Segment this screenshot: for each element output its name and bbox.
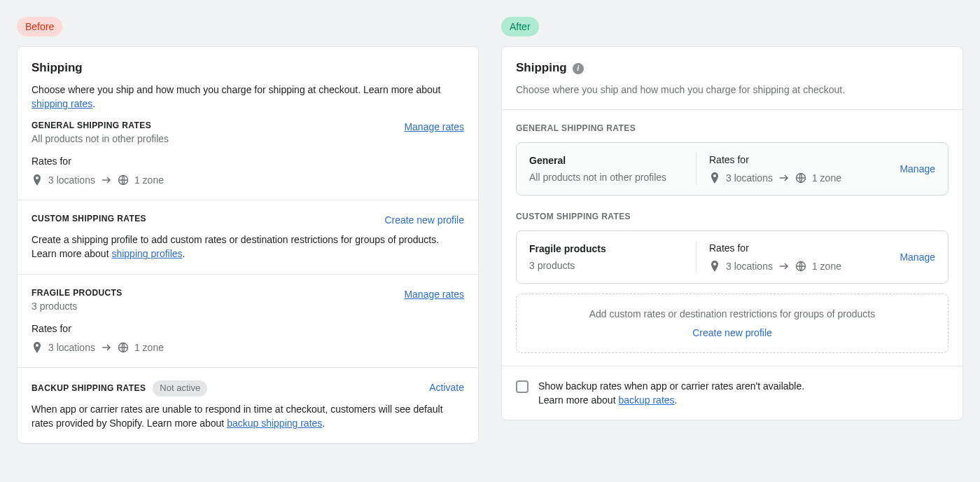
activate-backup-link[interactable]: Activate xyxy=(429,380,464,394)
location-pin-icon xyxy=(709,172,720,184)
backup-line-2b: . xyxy=(675,394,678,406)
general-rates-sub: All products not in other profiles xyxy=(31,132,169,146)
location-pin-icon xyxy=(31,342,43,353)
location-pin-icon xyxy=(31,174,43,186)
fragile-rates-summary: 3 locations 1 zone xyxy=(709,259,887,273)
shipping-rates-link[interactable]: shipping rates xyxy=(31,98,92,109)
info-icon[interactable]: i xyxy=(573,63,584,74)
fragile-zone: 1 zone xyxy=(134,340,164,354)
after-card: Shipping i Choose where you ship and how… xyxy=(501,46,963,420)
globe-icon xyxy=(795,172,806,184)
arrow-right-icon xyxy=(101,174,112,186)
manage-fragile-button[interactable]: Manage xyxy=(899,250,935,264)
general-rates-summary: 3 locations 1 zone xyxy=(31,173,464,187)
backup-desc: When app or carrier rates are unable to … xyxy=(31,402,464,431)
before-column: Before Shipping Choose where you ship an… xyxy=(17,17,479,465)
locations-count: 3 locations xyxy=(726,259,773,273)
backup-status-pill: Not active xyxy=(153,380,207,397)
zone-count: 1 zone xyxy=(812,171,841,185)
create-new-profile-link[interactable]: Create new profile xyxy=(692,326,772,340)
fragile-locations: 3 locations xyxy=(48,340,95,354)
globe-icon xyxy=(118,174,129,186)
fragile-rates-summary: 3 locations 1 zone xyxy=(31,340,464,354)
before-badge: Before xyxy=(17,17,62,36)
create-new-profile-link[interactable]: Create new profile xyxy=(384,213,464,227)
fragile-rates-for: Rates for xyxy=(31,322,464,336)
manage-general-rates-link[interactable]: Manage rates xyxy=(404,120,464,134)
general-profile-card[interactable]: General All products not in other profil… xyxy=(516,142,948,196)
backup-rates-link[interactable]: backup rates xyxy=(618,394,674,406)
backup-rates-checkbox[interactable] xyxy=(516,380,528,393)
page-title: Shipping xyxy=(516,60,567,77)
profile-sub: All products not in other profiles xyxy=(529,170,683,184)
arrow-right-icon xyxy=(778,172,790,184)
intro-text: Choose where you ship and how much you c… xyxy=(516,83,948,97)
general-group-label: GENERAL SHIPPING RATES xyxy=(516,123,948,135)
custom-desc-a: Create a shipping profile to add custom … xyxy=(31,234,439,259)
after-header: Shipping i Choose where you ship and how… xyxy=(502,47,962,109)
backup-text: Show backup rates when app or carrier ra… xyxy=(538,379,804,408)
profile-title: General xyxy=(529,153,683,167)
fragile-sub: 3 products xyxy=(31,299,122,313)
profile-sub: 3 products xyxy=(529,259,683,273)
backup-desc-b: . xyxy=(322,418,325,429)
backup-line-1: Show backup rates when app or carrier ra… xyxy=(538,379,804,393)
shipping-profiles-link[interactable]: shipping profiles xyxy=(111,248,182,259)
after-body: GENERAL SHIPPING RATES General All produ… xyxy=(502,109,962,366)
manage-general-button[interactable]: Manage xyxy=(899,162,935,176)
fragile-heading: FRAGILE PRODUCTS xyxy=(31,287,122,299)
arrow-right-icon xyxy=(101,342,112,353)
after-column: After Shipping i Choose where you ship a… xyxy=(501,17,963,465)
custom-desc-b: . xyxy=(183,248,186,259)
custom-rates-heading: CUSTOM SHIPPING RATES xyxy=(31,213,146,225)
globe-icon xyxy=(795,261,806,272)
backup-line-2a: Learn more about xyxy=(538,394,618,406)
rates-for-label: Rates for xyxy=(709,241,887,255)
rates-for-label: Rates for xyxy=(709,153,887,167)
locations-count: 3 locations xyxy=(726,171,773,185)
add-custom-profile-box: Add custom rates or destination restrict… xyxy=(516,294,948,353)
fragile-profile-card[interactable]: Fragile products 3 products Rates for 3 … xyxy=(516,230,948,284)
backup-section: BACKUP SHIPPING RATES Not active Activat… xyxy=(18,367,478,443)
locations-count: 3 locations xyxy=(48,173,95,187)
manage-fragile-rates-link[interactable]: Manage rates xyxy=(404,287,464,301)
backup-shipping-rates-link[interactable]: backup shipping rates xyxy=(227,418,322,429)
after-badge: After xyxy=(501,17,539,36)
backup-heading: BACKUP SHIPPING RATES xyxy=(31,383,146,394)
zone-count: 1 zone xyxy=(812,259,841,273)
profile-title: Fragile products xyxy=(529,242,683,256)
globe-icon xyxy=(118,342,129,353)
rates-for-label: Rates for xyxy=(31,154,464,168)
custom-rates-section: CUSTOM SHIPPING RATES Create new profile… xyxy=(18,200,478,274)
intro-text: Choose where you ship and how much you c… xyxy=(31,83,464,111)
intro-part-a: Choose where you ship and how much you c… xyxy=(31,84,440,95)
backup-footer: Show backup rates when app or carrier ra… xyxy=(502,366,962,420)
intro-part-b: . xyxy=(92,98,95,109)
location-pin-icon xyxy=(709,261,720,272)
custom-rates-desc: Create a shipping profile to add custom … xyxy=(31,233,464,261)
zone-count: 1 zone xyxy=(134,173,164,187)
before-card: Shipping Choose where you ship and how m… xyxy=(17,46,479,443)
fragile-section: FRAGILE PRODUCTS 3 products Manage rates… xyxy=(18,274,478,367)
custom-group-label: CUSTOM SHIPPING RATES xyxy=(516,211,948,223)
arrow-right-icon xyxy=(778,261,790,272)
add-custom-text: Add custom rates or destination restrict… xyxy=(529,307,935,321)
page-title: Shipping xyxy=(31,60,464,77)
general-rates-summary: 3 locations 1 zone xyxy=(709,171,887,185)
before-header: Shipping Choose where you ship and how m… xyxy=(18,47,478,200)
general-rates-heading: GENERAL SHIPPING RATES xyxy=(31,120,169,132)
